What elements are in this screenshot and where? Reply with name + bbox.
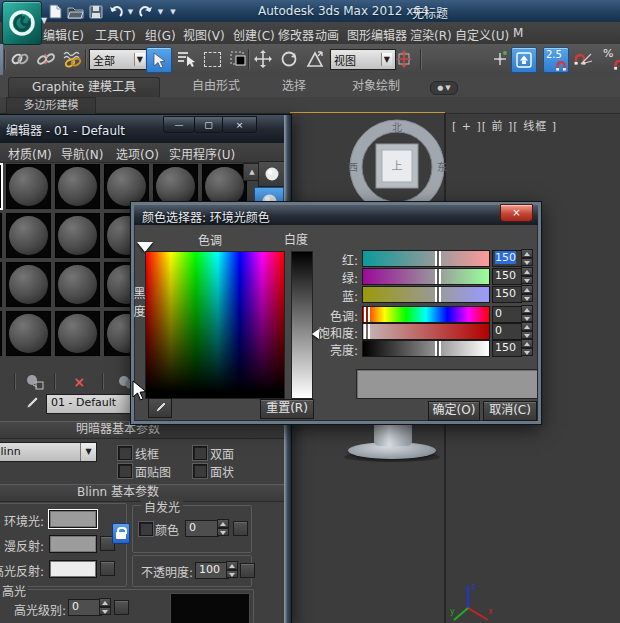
material-slot[interactable]: [54, 212, 101, 259]
green-spinner[interactable]: [521, 267, 533, 284]
snaps-toggle-2_5d[interactable]: 2.5: [543, 47, 569, 73]
material-slot[interactable]: [5, 261, 52, 308]
tab-graphite-modeling[interactable]: Graphite 建模工具: [8, 77, 160, 97]
menu-create[interactable]: 创建(C): [233, 26, 275, 43]
material-slot[interactable]: [5, 163, 52, 210]
selection-filter-dropdown[interactable]: 全部▼: [89, 49, 149, 70]
blue-value-field[interactable]: 150: [492, 286, 522, 303]
red-spinner[interactable]: [521, 249, 533, 266]
menu-animation[interactable]: 动画: [315, 26, 339, 43]
use-pivot-point-button[interactable]: [393, 47, 417, 71]
cancel-button[interactable]: 取消(C): [483, 401, 537, 421]
hue-spinner[interactable]: [521, 305, 533, 322]
tab-selection[interactable]: 选择: [270, 77, 318, 96]
dialog-close-button[interactable]: ×: [500, 204, 533, 222]
undo-dropdown-icon[interactable]: ▼: [126, 3, 135, 20]
green-slider[interactable]: [362, 268, 490, 285]
select-and-rotate-button[interactable]: [277, 47, 301, 71]
slider-thumb[interactable]: [364, 324, 370, 339]
sample-screen-color-button[interactable]: [148, 398, 172, 418]
diffuse-color-swatch[interactable]: [49, 535, 97, 553]
menu-customize[interactable]: 自定义(U): [455, 26, 509, 43]
menu-views[interactable]: 视图(V): [183, 26, 225, 43]
material-slot[interactable]: [54, 163, 101, 210]
rectangular-selection-region-button[interactable]: [200, 47, 224, 71]
slider-thumb[interactable]: [364, 307, 370, 322]
minimize-button[interactable]: —: [163, 116, 195, 133]
reference-coordinate-dropdown[interactable]: 视图▼: [330, 49, 396, 70]
green-value-field[interactable]: 150: [492, 268, 522, 285]
new-file-button[interactable]: [46, 3, 65, 20]
red-value-field[interactable]: 150: [492, 250, 522, 267]
material-slot-selected[interactable]: [0, 163, 3, 210]
value-slider[interactable]: [362, 340, 490, 357]
menu-material[interactable]: 材质(M): [8, 145, 52, 162]
self-illum-spinner[interactable]: [217, 519, 229, 536]
select-and-scale-button[interactable]: [303, 47, 327, 71]
unlink-selection-icon[interactable]: [34, 47, 58, 71]
select-and-link-icon[interactable]: [8, 47, 32, 71]
opacity-value-field[interactable]: 100: [195, 562, 229, 579]
hue-slider[interactable]: [362, 306, 490, 323]
two-sided-checkbox[interactable]: [193, 446, 207, 460]
specular-map-button[interactable]: [100, 561, 115, 576]
blue-slider[interactable]: [362, 286, 490, 303]
open-file-button[interactable]: [66, 3, 85, 20]
menu-navigation[interactable]: 导航(N): [61, 145, 103, 162]
slider-thumb[interactable]: [435, 251, 441, 266]
select-and-move-button[interactable]: [251, 47, 275, 71]
opacity-map-button[interactable]: [240, 563, 255, 578]
close-button[interactable]: ×: [222, 116, 257, 133]
menu-rendering[interactable]: 渲染(R): [410, 26, 452, 43]
scene-object-monitor-stand[interactable]: [348, 420, 440, 468]
specular-level-spinner[interactable]: [99, 598, 111, 615]
self-illum-value-field[interactable]: 0: [185, 520, 219, 537]
dialog-titlebar[interactable]: 颜色选择器: 环境光颜色: [134, 205, 538, 225]
self-illum-color-checkbox[interactable]: [139, 522, 153, 536]
select-by-name-button[interactable]: [174, 47, 198, 71]
saturation-slider[interactable]: [362, 323, 490, 340]
menu-edit[interactable]: 编辑(E): [43, 26, 84, 43]
value-value-field[interactable]: 150: [492, 340, 522, 357]
tab-object-paint[interactable]: 对象绘制: [340, 77, 412, 96]
redo-button[interactable]: [136, 3, 155, 20]
faceted-checkbox[interactable]: [193, 464, 207, 478]
sample-type-button[interactable]: [258, 161, 285, 187]
ribbon-minimize-dropdown[interactable]: ●▼: [430, 81, 458, 95]
red-slider[interactable]: [362, 250, 490, 267]
material-slot[interactable]: [5, 212, 52, 259]
slider-thumb[interactable]: [435, 341, 441, 356]
menu-group[interactable]: 组(G): [145, 26, 176, 43]
wireframe-checkbox[interactable]: [118, 446, 132, 460]
select-and-manipulate-button[interactable]: [488, 47, 512, 71]
assign-material-to-selection-icon[interactable]: [22, 372, 48, 391]
reset-map-icon[interactable]: ×: [66, 372, 92, 391]
material-slot[interactable]: [5, 310, 52, 357]
toolbar-options-icon[interactable]: ▼: [166, 3, 180, 20]
select-object-button[interactable]: [146, 47, 172, 73]
hue-value-field[interactable]: 0: [492, 306, 522, 323]
save-button[interactable]: [86, 3, 105, 20]
undo-button[interactable]: [106, 3, 125, 20]
angle-snap-toggle[interactable]: [571, 47, 595, 71]
slider-thumb[interactable]: [435, 287, 441, 302]
shader-type-dropdown[interactable]: Blinn ▼: [0, 442, 97, 462]
opacity-spinner[interactable]: [226, 561, 238, 578]
application-menu-button[interactable]: [2, 1, 42, 45]
material-slot[interactable]: [0, 310, 3, 357]
reset-button[interactable]: 重置(R): [260, 399, 314, 419]
material-slot[interactable]: [0, 261, 3, 308]
material-editor-titlebar[interactable]: 编辑器 - 01 - Default — ▢ ×: [0, 115, 291, 144]
menu-maxscript[interactable]: M: [513, 26, 523, 40]
redo-dropdown-icon[interactable]: ▼: [156, 3, 165, 20]
blue-spinner[interactable]: [521, 285, 533, 302]
bind-to-space-warp-icon[interactable]: [60, 47, 84, 71]
menu-options[interactable]: 选项(O): [116, 145, 159, 162]
material-slot[interactable]: [0, 212, 3, 259]
keyboard-shortcut-override-toggle[interactable]: [511, 47, 537, 73]
ambient-color-swatch[interactable]: [49, 510, 97, 528]
panel-polygon-modeling[interactable]: 多边形建模: [6, 97, 96, 114]
menu-modifiers[interactable]: 修改器: [278, 26, 314, 43]
tab-freeform[interactable]: 自由形式: [178, 77, 254, 96]
specular-level-map-button[interactable]: [114, 600, 129, 615]
